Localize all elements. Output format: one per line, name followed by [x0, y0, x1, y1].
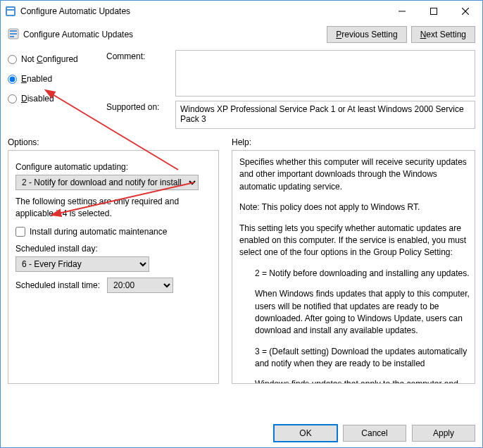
svg-rect-4 — [430, 8, 437, 15]
svg-rect-10 — [10, 36, 14, 37]
maximize-button[interactable] — [418, 1, 449, 21]
policy-title: Configure Automatic Updates — [23, 30, 322, 39]
cancel-button[interactable]: Cancel — [343, 425, 406, 442]
titlebar: Configure Automatic Updates — [1, 1, 482, 22]
state-radios: Not Configured Enabled Disabled — [8, 50, 99, 129]
options-hint: The following settings are only required… — [15, 196, 211, 220]
bottom-buttons: OK Cancel Apply — [1, 419, 482, 447]
install-day-select[interactable]: 6 - Every Friday — [15, 256, 149, 272]
supported-row: Supported on: Windows XP Professional Se… — [106, 101, 475, 129]
apply-button[interactable]: Apply — [412, 425, 475, 442]
radio-not-configured-input[interactable] — [8, 55, 17, 64]
configure-updating-select[interactable]: 2 - Notify for download and notify for i… — [15, 175, 199, 190]
help-p3: This setting lets you specify whether au… — [239, 223, 472, 259]
help-label: Help: — [232, 137, 251, 147]
install-maintenance-label: Install during automatic maintenance — [30, 227, 167, 237]
minimize-button[interactable] — [386, 1, 418, 21]
ok-button[interactable]: OK — [274, 425, 337, 442]
install-day-label: Scheduled install day: — [15, 244, 211, 254]
radio-enabled-input[interactable] — [8, 75, 17, 84]
options-panel: Configure automatic updating: 2 - Notify… — [8, 150, 219, 384]
policy-icon — [8, 28, 19, 42]
supported-label: Supported on: — [106, 101, 171, 112]
svg-rect-8 — [10, 30, 17, 32]
install-maintenance-checkbox-row[interactable]: Install during automatic maintenance — [15, 227, 211, 237]
help-panel[interactable]: Specifies whether this computer will rec… — [232, 150, 475, 384]
dialog-window: Configure Automatic Updates Configure Au… — [0, 0, 483, 448]
comment-label: Comment: — [106, 50, 171, 61]
svg-rect-9 — [10, 33, 17, 35]
help-p4: 2 = Notify before downloading and instal… — [255, 268, 472, 280]
help-p7: Windows finds updates that apply to the … — [255, 378, 472, 384]
help-p6: 3 = (Default setting) Download the updat… — [255, 346, 472, 371]
previous-setting-button[interactable]: Previous Setting — [327, 26, 406, 43]
install-time-label: Scheduled install time: — [15, 280, 100, 290]
configure-updating-label: Configure automatic updating: — [15, 162, 211, 172]
radio-not-configured[interactable]: Not Configured — [8, 54, 99, 64]
window-title: Configure Automatic Updates — [20, 6, 386, 16]
close-button[interactable] — [449, 1, 481, 21]
radio-disabled-input[interactable] — [8, 94, 17, 104]
next-setting-button[interactable]: Next Setting — [411, 26, 475, 43]
options-label: Options: — [8, 137, 219, 147]
supported-text: Windows XP Professional Service Pack 1 o… — [175, 101, 475, 129]
upper-area: Not Configured Enabled Disabled Comment:… — [1, 47, 482, 133]
subheader: Configure Automatic Updates Previous Set… — [1, 22, 482, 47]
help-p5: When Windows finds updates that apply to… — [255, 288, 472, 337]
comment-row: Comment: — [106, 50, 475, 97]
comment-textarea[interactable] — [175, 50, 475, 97]
app-icon — [5, 6, 16, 17]
section-labels: Options: Help: — [1, 133, 482, 150]
svg-rect-2 — [7, 11, 14, 15]
install-maintenance-checkbox[interactable] — [15, 227, 25, 237]
help-p1: Specifies whether this computer will rec… — [239, 156, 472, 193]
help-p2: Note: This policy does not apply to Wind… — [239, 201, 472, 213]
install-time-select[interactable]: 20:00 — [107, 278, 173, 293]
radio-disabled[interactable]: Disabled — [8, 94, 99, 104]
panels: Configure automatic updating: 2 - Notify… — [1, 150, 482, 390]
radio-enabled[interactable]: Enabled — [8, 74, 99, 84]
svg-rect-1 — [7, 8, 14, 9]
